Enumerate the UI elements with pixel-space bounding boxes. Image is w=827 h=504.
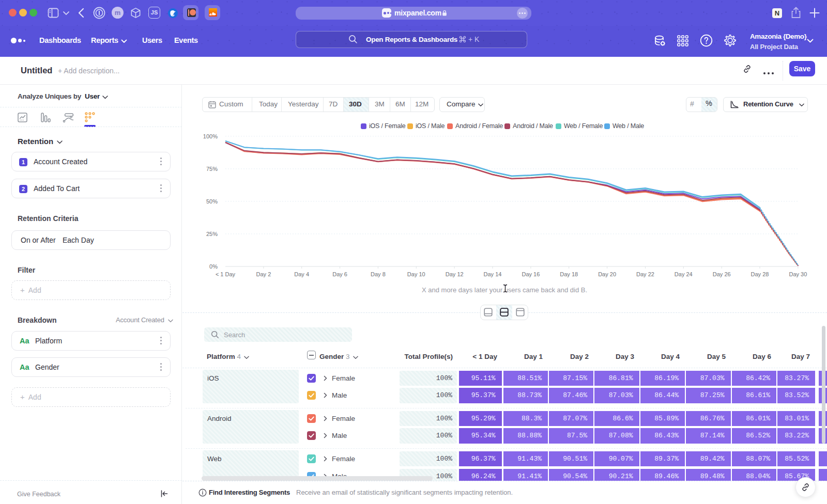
svg-text:100%: 100%: [203, 133, 218, 139]
svg-text:Day 4: Day 4: [294, 271, 309, 277]
svg-text:Day 22: Day 22: [636, 271, 654, 277]
svg-text:< 1 Day: < 1 Day: [216, 271, 236, 277]
svg-text:Day 10: Day 10: [407, 271, 425, 277]
svg-text:75%: 75%: [206, 166, 218, 172]
svg-text:Day 28: Day 28: [751, 271, 769, 277]
svg-text:Day 18: Day 18: [560, 271, 578, 277]
svg-text:Day 26: Day 26: [713, 271, 731, 277]
svg-text:Day 6: Day 6: [332, 271, 347, 277]
svg-text:Day 16: Day 16: [522, 271, 540, 277]
svg-text:Day 12: Day 12: [446, 271, 464, 277]
svg-text:Day 2: Day 2: [256, 271, 271, 277]
svg-text:Day 20: Day 20: [598, 271, 616, 277]
svg-text:Day 24: Day 24: [675, 271, 693, 277]
svg-text:Day 14: Day 14: [484, 271, 502, 277]
svg-text:Day 8: Day 8: [371, 271, 386, 277]
svg-text:50%: 50%: [206, 198, 218, 204]
svg-text:25%: 25%: [206, 231, 218, 237]
svg-text:Day 30: Day 30: [789, 271, 807, 277]
svg-text:0%: 0%: [209, 263, 218, 270]
